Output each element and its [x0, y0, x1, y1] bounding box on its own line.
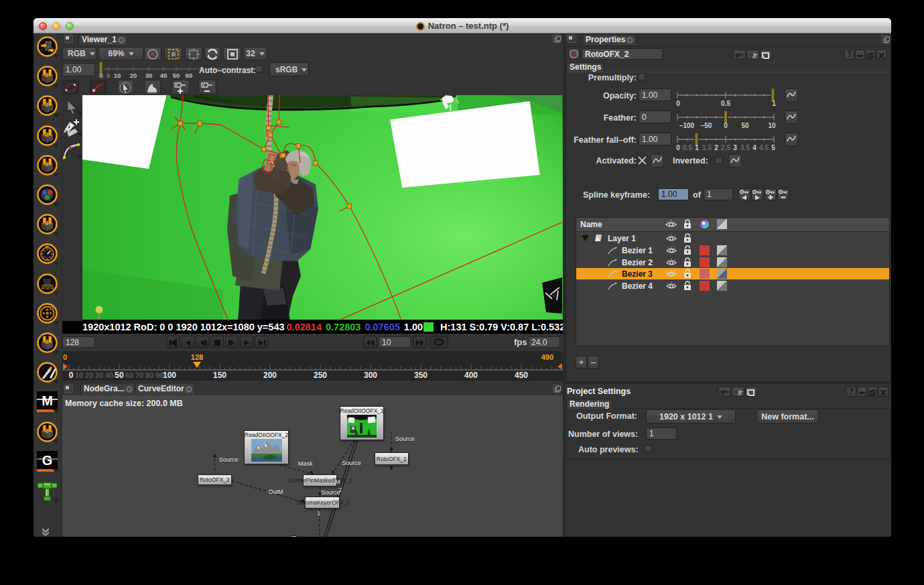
- svg-text:0: 0: [724, 122, 728, 129]
- svg-text:5: 5: [107, 72, 111, 79]
- svg-text:490: 490: [541, 353, 553, 361]
- svg-text:0: 0: [676, 144, 680, 151]
- svg-text:M: M: [42, 393, 53, 408]
- svg-text:10: 10: [75, 371, 83, 379]
- svg-text:2.5: 2.5: [721, 144, 730, 151]
- svg-text:3: 3: [733, 144, 737, 151]
- svg-text:0: 0: [99, 72, 103, 79]
- svg-text:150: 150: [213, 371, 226, 380]
- svg-text:10: 10: [114, 72, 121, 79]
- svg-text:90: 90: [155, 371, 163, 379]
- svg-text:2: 2: [714, 144, 718, 151]
- svg-text:0: 0: [69, 371, 74, 380]
- svg-text:20: 20: [85, 371, 93, 379]
- svg-text:1: 1: [772, 100, 776, 107]
- svg-text:50: 50: [173, 72, 180, 79]
- svg-text:–100: –100: [679, 122, 695, 129]
- svg-text:300: 300: [364, 371, 377, 380]
- svg-text:0: 0: [676, 100, 680, 107]
- svg-text:30: 30: [145, 72, 153, 79]
- svg-text:–50: –50: [701, 122, 712, 129]
- svg-text:4: 4: [752, 144, 756, 151]
- svg-text:250: 250: [314, 371, 327, 380]
- svg-text:0.5: 0.5: [721, 100, 730, 107]
- svg-text:10: 10: [768, 122, 776, 129]
- svg-text:50: 50: [115, 371, 124, 380]
- svg-text:450: 450: [515, 371, 528, 380]
- svg-text:0: 0: [63, 353, 67, 361]
- svg-text:1.5: 1.5: [702, 144, 712, 151]
- svg-text:0.5: 0.5: [683, 144, 692, 151]
- svg-text:30: 30: [95, 371, 103, 379]
- svg-text:20: 20: [130, 72, 137, 79]
- svg-text:128: 128: [191, 353, 203, 361]
- svg-text:4.5: 4.5: [759, 144, 769, 151]
- svg-text:200: 200: [263, 371, 277, 380]
- svg-text:60: 60: [186, 72, 193, 79]
- svg-text:70: 70: [135, 371, 143, 379]
- svg-text:50: 50: [741, 122, 749, 129]
- svg-text:60: 60: [125, 371, 133, 379]
- svg-text:5: 5: [771, 144, 775, 151]
- svg-text:350: 350: [414, 371, 427, 380]
- svg-text:3.5: 3.5: [740, 144, 750, 151]
- svg-text:400: 400: [464, 371, 478, 380]
- svg-text:40: 40: [160, 72, 168, 79]
- svg-text:40: 40: [105, 371, 113, 379]
- svg-text:1: 1: [695, 144, 699, 151]
- svg-text:80: 80: [145, 371, 153, 379]
- svg-text:G: G: [42, 453, 53, 468]
- svg-text:100: 100: [163, 371, 176, 380]
